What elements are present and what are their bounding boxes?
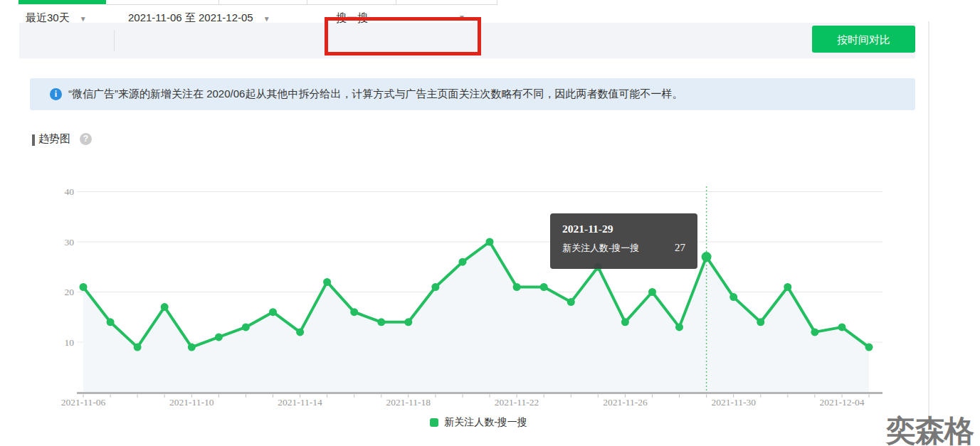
info-icon: i xyxy=(50,88,62,100)
compare-by-time-button[interactable]: 按时间对比 xyxy=(812,26,915,53)
legend-label: 新关注人数-搜一搜 xyxy=(444,416,527,429)
tooltip-series-label: 新关注人数-搜一搜 xyxy=(562,242,639,255)
data-point[interactable] xyxy=(134,344,142,351)
data-point[interactable] xyxy=(540,283,548,291)
tooltip-date: 2021-11-29 xyxy=(562,223,685,235)
y-axis-label: 10 xyxy=(65,337,75,348)
x-axis-label: 2021-11-18 xyxy=(386,397,431,408)
data-point[interactable] xyxy=(513,283,521,291)
chart-legend[interactable]: 新关注人数-搜一搜 xyxy=(0,416,957,429)
x-axis-label: 2021-11-26 xyxy=(603,397,648,408)
data-point[interactable] xyxy=(215,333,223,341)
section-title-bar xyxy=(32,134,35,146)
trend-chart[interactable]: 102030402021-11-062021-11-102021-11-1420… xyxy=(0,178,957,414)
x-axis-label: 2021-11-06 xyxy=(61,397,106,408)
data-point[interactable] xyxy=(431,283,439,291)
data-point[interactable] xyxy=(621,318,629,326)
data-point[interactable] xyxy=(350,308,358,316)
period-dropdown-label: 最近30天 xyxy=(26,11,70,23)
filter-separator xyxy=(114,30,115,51)
data-point[interactable] xyxy=(838,323,846,331)
chevron-down-icon: ▼ xyxy=(80,15,87,23)
date-range-dropdown[interactable]: 2021-11-06 至 2021-12-05▼ xyxy=(128,0,270,36)
y-axis-label: 40 xyxy=(65,186,75,197)
source-dropdown[interactable]: 搜一搜▼ xyxy=(336,0,465,36)
data-point[interactable] xyxy=(729,293,737,301)
data-point[interactable] xyxy=(80,283,88,291)
data-point[interactable] xyxy=(269,308,277,316)
y-axis-label: 20 xyxy=(65,287,75,297)
data-point[interactable] xyxy=(784,283,791,291)
data-point[interactable] xyxy=(161,303,169,311)
x-axis-label: 2021-11-14 xyxy=(278,397,322,408)
data-point[interactable] xyxy=(675,323,683,331)
section-title: 趋势图 xyxy=(38,132,70,146)
source-dropdown-label: 搜一搜 xyxy=(336,0,368,36)
data-point[interactable] xyxy=(242,323,250,331)
data-point[interactable] xyxy=(757,318,764,326)
watermark: 奕森格 xyxy=(886,411,974,446)
area-fill xyxy=(83,242,869,393)
page-right-border xyxy=(928,21,929,417)
data-point[interactable] xyxy=(459,258,467,266)
analytics-page: 最近30天▼ 2021-11-06 至 2021-12-05▼ 搜一搜▼ 按时间… xyxy=(0,0,980,446)
y-axis-label: 30 xyxy=(65,237,75,248)
notice-banner: i “微信广告”来源的新增关注在 2020/06起从其他中拆分给出，计算方式与广… xyxy=(30,78,915,110)
legend-marker-icon xyxy=(430,418,438,427)
notice-text: “微信广告”来源的新增关注在 2020/06起从其他中拆分给出，计算方式与广告主… xyxy=(68,87,683,101)
period-dropdown[interactable]: 最近30天▼ xyxy=(26,0,87,36)
date-range-label: 2021-11-06 至 2021-12-05 xyxy=(128,11,253,23)
data-point[interactable] xyxy=(188,344,196,351)
data-point[interactable] xyxy=(486,238,494,246)
data-point[interactable] xyxy=(404,318,412,326)
data-point[interactable] xyxy=(648,288,656,296)
data-point[interactable] xyxy=(296,328,304,336)
tooltip-value: 27 xyxy=(675,242,685,254)
chevron-down-icon: ▼ xyxy=(263,15,270,23)
chart-tooltip: 2021-11-29 新关注人数-搜一搜 27 xyxy=(550,213,697,269)
x-axis-label: 2021-11-30 xyxy=(711,397,756,408)
x-axis-label: 2021-12-04 xyxy=(820,397,865,408)
data-point[interactable] xyxy=(702,252,712,262)
data-point[interactable] xyxy=(567,298,575,306)
tab-separator xyxy=(307,0,307,4)
data-point[interactable] xyxy=(377,318,385,326)
data-point[interactable] xyxy=(811,328,818,336)
data-point[interactable] xyxy=(865,344,873,351)
chevron-down-icon: ▼ xyxy=(458,0,465,36)
data-point[interactable] xyxy=(107,318,115,326)
help-icon[interactable]: ? xyxy=(80,133,92,145)
x-axis-label: 2021-11-22 xyxy=(495,397,539,408)
data-point[interactable] xyxy=(323,278,331,286)
x-axis-label: 2021-11-10 xyxy=(169,397,214,408)
